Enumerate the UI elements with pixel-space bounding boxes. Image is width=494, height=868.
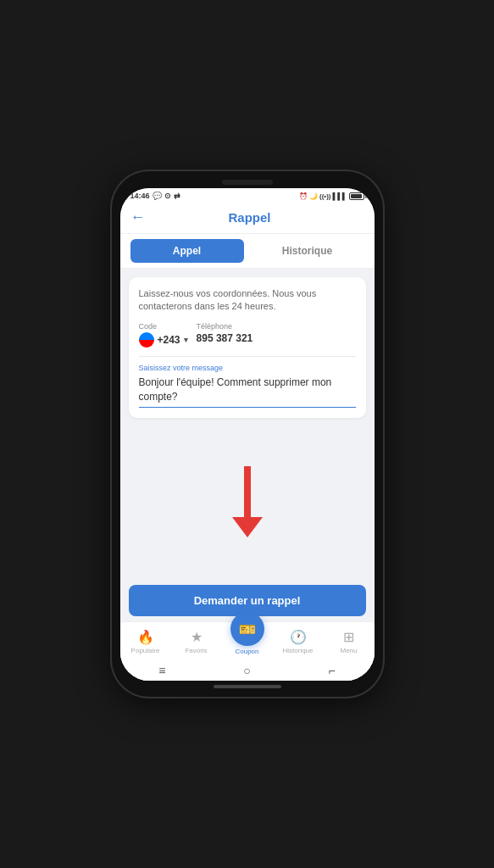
country-code: +243: [158, 334, 180, 346]
message-input[interactable]: Bonjour l'équipe! Comment supprimer mon …: [139, 376, 356, 409]
form-row: Code +243 ▾ Téléphone 895 387 321: [139, 322, 356, 348]
phone-home-bar: [214, 685, 281, 688]
bottom-nav: 🔥 Populaire ★ Favoris 🎫 Coupon 🕐 Histori…: [120, 621, 375, 659]
grid-icon: ⊞: [343, 629, 354, 645]
chevron-down-icon: ▾: [184, 336, 188, 344]
top-nav: ← Rappel: [120, 202, 375, 234]
status-bar: 14:46 💬 ⊙ ⇄ ⏰ 🌙 ((•)) ▌▌▌: [120, 188, 375, 202]
signal-icon: ⊙: [164, 192, 171, 200]
wifi-icon: ((•)): [319, 192, 330, 200]
status-left: 14:46 💬 ⊙ ⇄: [130, 192, 180, 200]
phone-shell: 14:46 💬 ⊙ ⇄ ⏰ 🌙 ((•)) ▌▌▌ ← Rappel Appel: [112, 171, 383, 697]
form-card: Laissez-nous vos coordonnées. Nous vous …: [129, 277, 366, 418]
nav-label-historique: Historique: [282, 647, 313, 654]
coupon-circle: 🎫: [230, 612, 264, 646]
code-selector[interactable]: +243 ▾: [139, 332, 188, 348]
phone-value[interactable]: 895 387 321: [197, 332, 253, 344]
code-label: Code: [139, 322, 188, 331]
nav-item-historique[interactable]: 🕐 Historique: [273, 629, 324, 654]
code-group: Code +243 ▾: [139, 322, 188, 348]
tab-toggle: Appel Historique: [120, 234, 375, 269]
flag-icon: [139, 332, 154, 348]
star-icon: ★: [191, 629, 203, 645]
battery-fill: [351, 194, 363, 198]
time-display: 14:46: [130, 192, 150, 200]
clock-icon: 🕐: [290, 629, 307, 645]
nav-item-coupon[interactable]: 🎫 Coupon: [222, 627, 273, 655]
nav-item-menu[interactable]: ⊞ Menu: [324, 629, 375, 654]
tab-appel[interactable]: Appel: [130, 239, 244, 263]
arrow-shaft: [244, 466, 251, 517]
phone-screen: 14:46 💬 ⊙ ⇄ ⏰ 🌙 ((•)) ▌▌▌ ← Rappel Appel: [120, 188, 375, 681]
system-nav: ≡ ○ ⌐: [120, 659, 375, 681]
alarm-icon: ⏰: [299, 192, 308, 200]
red-arrow: [232, 466, 263, 537]
message-group: Saisissez votre message Bonjour l'équipe…: [139, 356, 356, 409]
tab-historique[interactable]: Historique: [251, 239, 364, 263]
moon-icon: 🌙: [309, 192, 318, 200]
phone-notch: [222, 180, 273, 185]
system-back-button[interactable]: ⌐: [328, 664, 335, 677]
signal-bars: ▌▌▌: [332, 192, 347, 200]
back-button[interactable]: ←: [130, 209, 146, 226]
nav-label-favoris: Favoris: [185, 647, 207, 654]
phone-notch-area: [120, 180, 375, 185]
page-title: Rappel: [153, 210, 347, 225]
form-description: Laissez-nous vos coordonnées. Nous vous …: [139, 287, 356, 314]
phone-label: Téléphone: [197, 322, 253, 331]
system-menu-button[interactable]: ≡: [158, 664, 165, 677]
content-area: Laissez-nous vos coordonnées. Nous vous …: [120, 269, 375, 681]
message-label: Saisissez votre message: [139, 364, 356, 372]
battery-icon: [349, 192, 364, 200]
nav-item-populaire[interactable]: 🔥 Populaire: [120, 629, 171, 654]
sync-icon: ⇄: [174, 192, 180, 200]
nav-label-coupon: Coupon: [235, 648, 258, 655]
arrow-head: [232, 517, 263, 537]
nav-label-menu: Menu: [340, 647, 357, 654]
nav-label-populaire: Populaire: [131, 647, 160, 654]
phone-group: Téléphone 895 387 321: [197, 322, 253, 348]
coupon-icon: 🎫: [239, 621, 256, 637]
system-home-button[interactable]: ○: [243, 664, 250, 677]
fire-icon: 🔥: [137, 629, 154, 645]
arrow-area: [120, 418, 375, 585]
whatsapp-icon: 💬: [153, 192, 162, 200]
status-right: ⏰ 🌙 ((•)) ▌▌▌: [299, 192, 364, 200]
phone-bottom-bar: [120, 685, 375, 688]
nav-item-favoris[interactable]: ★ Favoris: [171, 629, 222, 654]
